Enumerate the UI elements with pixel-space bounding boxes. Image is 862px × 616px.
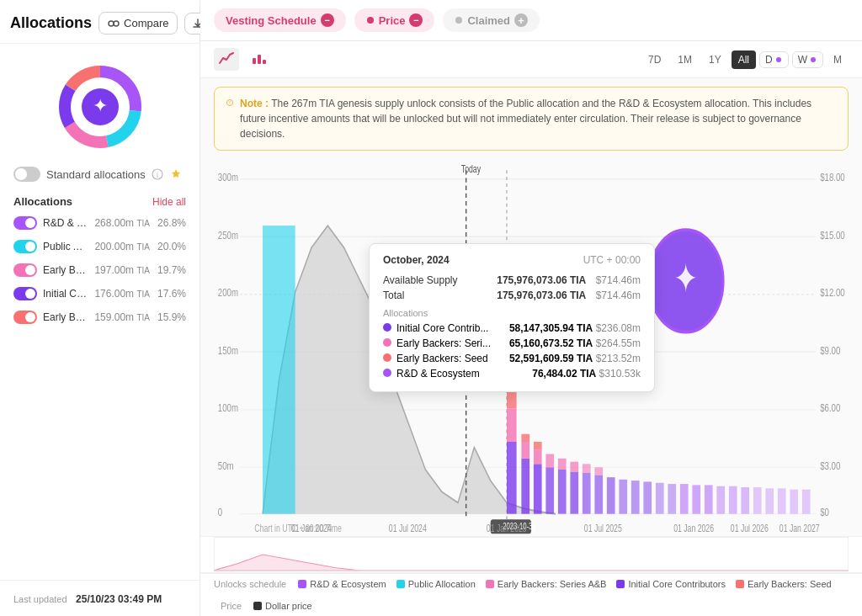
alloc-pct-0: 26.8%	[156, 217, 186, 229]
alloc-toggle-2[interactable]	[13, 263, 37, 277]
tooltip-alloc-name-2: Early Backers: Seed	[383, 353, 488, 364]
alloc-value-4: 159.00m TIA	[94, 311, 150, 323]
period-day[interactable]: D	[759, 51, 789, 68]
legend-item-0: R&D & Ecosystem	[298, 579, 386, 589]
svg-point-1	[114, 21, 119, 26]
svg-rect-78	[705, 485, 713, 513]
tooltip-alloc-list: Initial Core Contrib... 58,147,305.94 TI…	[383, 321, 641, 381]
note-icon: !	[226, 96, 233, 109]
svg-text:$9.00: $9.00	[820, 345, 840, 357]
tab-claimed-add[interactable]: +	[514, 13, 528, 27]
svg-rect-54	[521, 459, 529, 514]
week-dot-icon	[809, 56, 817, 64]
legend-price-dot	[253, 602, 262, 610]
tooltip-alloc-title: Allocations	[383, 308, 641, 318]
svg-text:01 Jan 2024: 01 Jan 2024	[291, 523, 332, 534]
legend-items: R&D & EcosystemPublic AllocationEarly Ba…	[298, 579, 831, 589]
svg-text:$6.00: $6.00	[820, 402, 840, 414]
alloc-name-1: Public Allocat...	[43, 241, 88, 252]
period-all[interactable]: All	[732, 50, 756, 69]
svg-rect-82	[753, 487, 762, 514]
tooltip-available-supply-label: Available Supply	[383, 274, 458, 286]
alloc-pct-2: 19.7%	[156, 264, 186, 276]
chart-line-btn[interactable]	[214, 48, 239, 71]
svg-point-12	[367, 17, 374, 24]
svg-rect-63	[558, 459, 567, 470]
period-week[interactable]: W	[792, 51, 823, 68]
alloc-toggle-0[interactable]	[13, 216, 37, 230]
tab-price[interactable]: Price −	[354, 8, 435, 32]
period-1y[interactable]: 1Y	[702, 50, 728, 69]
top-bar: Vesting Schedule − Price − Claimed +	[200, 0, 862, 41]
chart-bar-btn[interactable]	[246, 48, 271, 71]
tooltip-alloc-row-2: Early Backers: Seed 52,591,609.59 TIA $2…	[383, 351, 641, 366]
tab-price-remove[interactable]: −	[409, 13, 423, 27]
legend-price-name: Dollar price	[265, 601, 312, 611]
alloc-toggle-4[interactable]	[13, 311, 37, 324]
tooltip-alloc-name-3: R&D & Ecosystem	[383, 368, 480, 380]
alloc-toggle-1[interactable]	[13, 240, 37, 253]
tooltip-alloc-values-2: 52,591,609.59 TIA $213.52m	[509, 353, 641, 364]
sidebar-title: Allocations	[10, 14, 92, 32]
alloc-item-0: R&D & Ecosy... 268.00m TIA 26.8%	[0, 211, 200, 235]
svg-text:01 Jan 2026: 01 Jan 2026	[673, 523, 714, 534]
tooltip-available-supply-value: 175,976,073.06 TIA	[497, 274, 586, 286]
svg-text:01 Jul 2024: 01 Jul 2024	[389, 523, 427, 534]
sidebar: Allocations Compare ✦	[0, 0, 200, 616]
alloc-name-4: Early Backers:...	[43, 311, 88, 323]
legend-price-item: Dollar price	[253, 601, 312, 611]
svg-rect-71	[619, 480, 627, 514]
legend-item-4: Early Backers: Seed	[736, 579, 832, 589]
tooltip-utc: UTC + 00:00	[583, 254, 641, 266]
tooltip-alloc-name-0: Initial Core Contrib...	[383, 322, 488, 334]
svg-text:$12.00: $12.00	[820, 287, 845, 299]
alloc-name-3: Initial Core C...	[43, 288, 88, 300]
svg-point-13	[455, 17, 462, 24]
last-updated-value: 25/10/23 03:49 PM	[76, 593, 162, 605]
alloc-toggle-3[interactable]	[13, 287, 37, 300]
tooltip-date: October, 2024	[383, 254, 450, 266]
svg-text:!: !	[229, 101, 231, 105]
alloc-item-1: Public Allocat... 200.00m TIA 20.0%	[0, 235, 200, 258]
svg-rect-83	[765, 488, 774, 513]
hide-all-button[interactable]: Hide all	[152, 196, 186, 208]
period-buttons: 7D 1M 1Y All D W M	[641, 50, 849, 69]
svg-rect-81	[741, 487, 749, 514]
period-7d[interactable]: 7D	[641, 50, 668, 69]
svg-rect-65	[570, 462, 578, 472]
alloc-list-title: Allocations	[13, 195, 72, 208]
svg-rect-69	[594, 467, 603, 475]
tab-claimed[interactable]: Claimed +	[443, 8, 540, 32]
legend-name-3: Initial Core Contributors	[628, 579, 726, 589]
svg-rect-44	[263, 226, 295, 514]
standard-alloc-label: Standard allocations	[46, 168, 146, 181]
svg-rect-50	[507, 442, 517, 514]
last-updated-label: Last updated	[13, 594, 67, 604]
compare-button[interactable]: Compare	[98, 12, 178, 35]
svg-rect-75	[668, 484, 676, 514]
note-text: The 267m TIA genesis supply unlock consi…	[240, 98, 811, 140]
svg-point-18	[811, 57, 816, 62]
tab-vesting-schedule[interactable]: Vesting Schedule −	[214, 8, 346, 32]
alloc-item-4: Early Backers:... 159.00m TIA 15.9%	[0, 305, 200, 329]
tooltip-alloc-values-1: 65,160,673.52 TIA $264.55m	[509, 337, 641, 349]
compare-icon	[108, 18, 120, 29]
alloc-value-1: 200.00m TIA	[94, 241, 150, 252]
period-1m[interactable]: 1M	[671, 50, 699, 69]
mini-chart-svg	[214, 537, 849, 572]
chart-area: 300m 250m 200m 150m 100m 50m 0 $18.00 $1…	[200, 159, 862, 536]
tab-vesting-remove[interactable]: −	[321, 13, 334, 27]
svg-rect-15	[258, 55, 261, 64]
donut-chart: ✦	[0, 44, 200, 162]
tooltip-available-supply-values: 175,976,073.06 TIA $714.46m	[497, 274, 641, 286]
sidebar-footer: Last updated 25/10/23 03:49 PM	[0, 580, 200, 616]
legend-dot-4	[736, 580, 744, 588]
alloc-pct-1: 20.0%	[156, 241, 186, 252]
period-month[interactable]: M	[827, 50, 849, 69]
tooltip-box: October, 2024 UTC + 00:00 Available Supp…	[369, 243, 655, 392]
standard-alloc-toggle[interactable]	[13, 167, 40, 182]
svg-rect-66	[583, 473, 591, 514]
svg-text:200m: 200m	[218, 287, 238, 299]
legend-item-1: Public Allocation	[396, 579, 476, 589]
svg-text:300m: 300m	[218, 172, 238, 183]
